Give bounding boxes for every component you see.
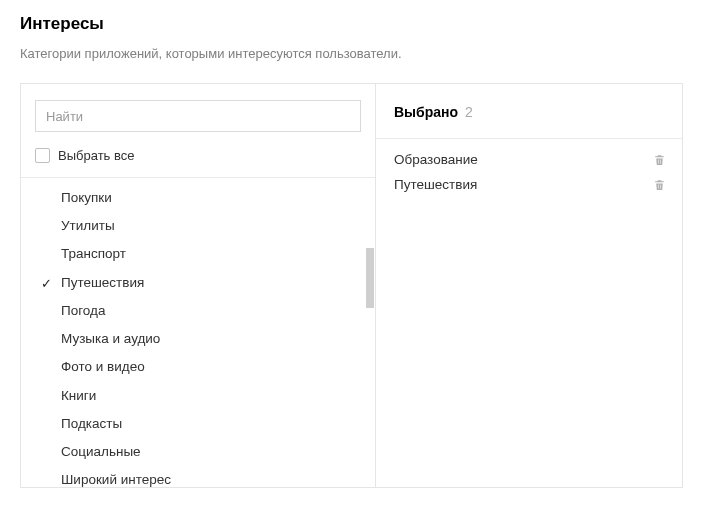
page-title: Интересы (20, 14, 683, 34)
selected-header-count: 2 (465, 104, 473, 120)
category-list: ПокупкиУтилитыТранспорт✓ПутешествияПогод… (21, 178, 375, 487)
selected-column: Выбрано 2 ОбразованиеПутешествия (376, 84, 682, 487)
selected-header: Выбрано 2 (376, 84, 682, 139)
category-item-label: Покупки (61, 190, 112, 205)
category-item[interactable]: ✓Путешествия (21, 269, 375, 297)
select-all-label: Выбрать все (58, 148, 134, 163)
trash-icon[interactable] (653, 178, 666, 192)
interests-panel: Выбрать все ПокупкиУтилитыТранспорт✓Путе… (20, 83, 683, 488)
search-wrapper (21, 84, 375, 142)
category-item-label: Социальные (61, 444, 141, 459)
category-item[interactable]: Фото и видео (21, 353, 375, 381)
category-item-label: Широкий интерес (61, 472, 171, 487)
category-item[interactable]: Погода (21, 297, 375, 325)
category-item-label: Книги (61, 388, 96, 403)
category-item[interactable]: Утилиты (21, 212, 375, 240)
page-subtitle: Категории приложений, которыми интересую… (20, 46, 683, 61)
category-item[interactable]: Книги (21, 382, 375, 410)
category-item-label: Фото и видео (61, 359, 145, 374)
category-item-label: Погода (61, 303, 105, 318)
scrollbar-thumb[interactable] (366, 248, 374, 308)
category-item-label: Музыка и аудио (61, 331, 160, 346)
category-item[interactable]: Широкий интерес (21, 466, 375, 487)
category-item-label: Транспорт (61, 246, 126, 261)
category-item[interactable]: Музыка и аудио (21, 325, 375, 353)
selected-item: Образование (376, 147, 682, 172)
selected-header-label: Выбрано (394, 104, 458, 120)
selected-item-label: Путешествия (394, 177, 477, 192)
category-item-label: Утилиты (61, 218, 115, 233)
category-item[interactable]: Социальные (21, 438, 375, 466)
select-all-checkbox[interactable] (35, 148, 50, 163)
selected-item-label: Образование (394, 152, 478, 167)
category-item-label: Подкасты (61, 416, 122, 431)
available-column: Выбрать все ПокупкиУтилитыТранспорт✓Путе… (21, 84, 376, 487)
search-input[interactable] (35, 100, 361, 132)
selected-item: Путешествия (376, 172, 682, 197)
category-item-label: Путешествия (61, 275, 144, 290)
check-icon: ✓ (41, 275, 52, 293)
select-all-row[interactable]: Выбрать все (21, 142, 375, 178)
category-list-wrapper: ПокупкиУтилитыТранспорт✓ПутешествияПогод… (21, 178, 375, 487)
selected-list: ОбразованиеПутешествия (376, 139, 682, 205)
trash-icon[interactable] (653, 153, 666, 167)
category-item[interactable]: Подкасты (21, 410, 375, 438)
category-item[interactable]: Транспорт (21, 240, 375, 268)
scrollbar-track[interactable] (366, 178, 374, 487)
category-item[interactable]: Покупки (21, 184, 375, 212)
